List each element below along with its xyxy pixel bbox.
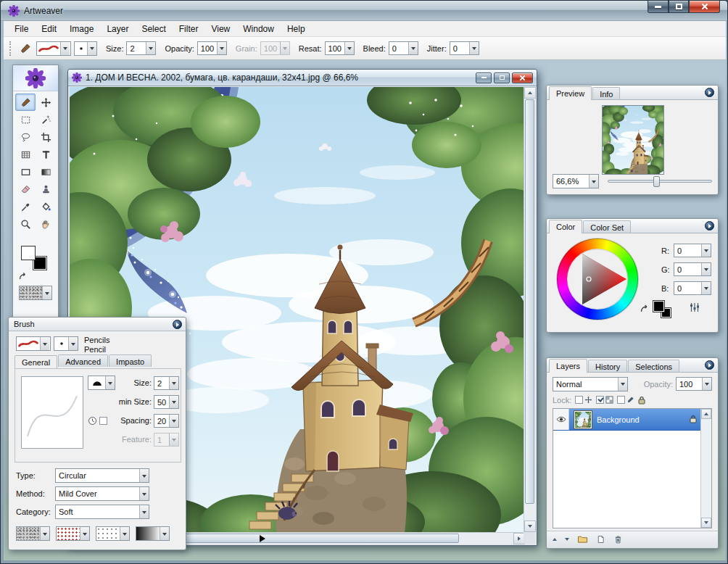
- tab-general[interactable]: General: [15, 355, 57, 369]
- menu-help[interactable]: Help: [281, 22, 312, 36]
- document-maximize-button[interactable]: [494, 72, 510, 83]
- tab-impasto[interactable]: Impasto: [109, 354, 152, 367]
- minimize-button[interactable]: [648, 1, 669, 13]
- type-dropdown[interactable]: Circular: [55, 468, 149, 483]
- resat-spinner[interactable]: 100: [325, 41, 355, 55]
- tool-text[interactable]: [36, 146, 56, 163]
- tip-shape-combo[interactable]: [88, 376, 115, 390]
- spinner-arrow[interactable]: [702, 378, 711, 390]
- zoom-combo[interactable]: 66,6%: [553, 174, 599, 188]
- tool-hand[interactable]: [36, 215, 56, 233]
- lock-transparency-checkbox[interactable]: [596, 396, 604, 404]
- maximize-button[interactable]: [669, 1, 689, 13]
- new-folder-button[interactable]: [577, 534, 588, 545]
- opacity-spinner[interactable]: 100: [197, 41, 227, 55]
- dropdown-arrow[interactable]: [139, 469, 149, 482]
- tool-clone-stamp[interactable]: [36, 181, 56, 198]
- tool-zoom[interactable]: [15, 215, 36, 233]
- brush-preset-combo[interactable]: [36, 41, 71, 56]
- pattern-combo[interactable]: [19, 286, 52, 300]
- red-spinner[interactable]: 0: [674, 244, 711, 257]
- tab-preview[interactable]: Preview: [549, 86, 592, 100]
- scroll-up-button[interactable]: [524, 87, 536, 99]
- brush-tip-combo[interactable]: [74, 41, 97, 56]
- vertical-scrollbar[interactable]: [524, 87, 535, 532]
- toolbar-grip[interactable]: [9, 41, 13, 56]
- scroll-down-button[interactable]: [701, 518, 711, 528]
- layers-scrollbar[interactable]: [700, 409, 711, 528]
- brush-size-spinner[interactable]: 2: [154, 376, 179, 390]
- brush-palette-header[interactable]: Brush: [9, 318, 186, 331]
- menu-edit[interactable]: Edit: [35, 22, 63, 36]
- tool-crop[interactable]: [36, 128, 56, 146]
- spacing-spinner[interactable]: 20: [154, 414, 179, 428]
- method-dropdown[interactable]: Mild Cover: [55, 486, 149, 501]
- layer-visibility-cell[interactable]: [553, 409, 569, 430]
- tool-shape[interactable]: [15, 163, 36, 181]
- panel-menu-button[interactable]: [705, 88, 714, 97]
- lock-pixels-checkbox[interactable]: [617, 396, 625, 404]
- zoom-slider-thumb[interactable]: [653, 176, 660, 187]
- size-spinner[interactable]: 2: [126, 41, 156, 55]
- lock-all-icon[interactable]: [638, 396, 645, 405]
- tab-advanced[interactable]: Advanced: [58, 354, 108, 367]
- tool-magic-wand[interactable]: [36, 111, 56, 128]
- move-layer-up-button[interactable]: [553, 536, 557, 544]
- dropdown-arrow[interactable]: [105, 376, 115, 389]
- foreground-color-swatch[interactable]: [21, 246, 36, 260]
- titlebar[interactable]: Artweaver: [1, 1, 727, 21]
- tool-lasso[interactable]: [15, 128, 36, 146]
- tool-eyedropper[interactable]: [15, 198, 36, 215]
- spinner-arrow[interactable]: [701, 244, 711, 257]
- texture-speckle-combo[interactable]: [96, 526, 130, 541]
- panel-menu-button[interactable]: [705, 221, 714, 231]
- tool-brush[interactable]: [15, 94, 36, 111]
- menu-layer[interactable]: Layer: [100, 22, 135, 36]
- spinner-arrow[interactable]: [344, 42, 354, 54]
- layer-opacity-spinner[interactable]: 100: [676, 377, 712, 391]
- green-spinner[interactable]: 0: [674, 262, 711, 276]
- tab-color[interactable]: Color: [549, 220, 582, 233]
- dropdown-arrow[interactable]: [160, 527, 169, 540]
- texture-noise-combo[interactable]: [16, 526, 50, 541]
- tool-marquee[interactable]: [15, 111, 36, 128]
- tab-layers[interactable]: Layers: [549, 359, 587, 373]
- spinner-arrow[interactable]: [701, 282, 711, 294]
- dropdown-arrow[interactable]: [120, 527, 129, 540]
- texture-gradient-combo[interactable]: [136, 526, 170, 541]
- menu-view[interactable]: View: [204, 22, 236, 36]
- spinner-arrow[interactable]: [169, 396, 178, 408]
- hue-wheel[interactable]: [557, 239, 638, 320]
- tool-move[interactable]: [36, 94, 56, 111]
- dropdown-arrow[interactable]: [87, 42, 96, 55]
- dropdown-arrow[interactable]: [139, 487, 149, 500]
- menu-image[interactable]: Image: [63, 22, 100, 36]
- scroll-up-button[interactable]: [701, 409, 711, 419]
- spinner-arrow[interactable]: [217, 42, 226, 54]
- blend-mode-dropdown[interactable]: Normal: [553, 377, 628, 391]
- spacing-checkbox[interactable]: [99, 417, 107, 425]
- tab-color-set[interactable]: Color Set: [583, 220, 631, 233]
- swap-colors-icon[interactable]: [640, 303, 650, 315]
- dropdown-arrow[interactable]: [618, 378, 627, 391]
- move-layer-down-button[interactable]: [565, 536, 569, 544]
- tool-grid[interactable]: [15, 146, 36, 163]
- dropdown-arrow[interactable]: [139, 505, 149, 518]
- tab-history[interactable]: History: [588, 360, 627, 372]
- brush-dab-combo[interactable]: [54, 336, 78, 351]
- spinner-arrow[interactable]: [701, 263, 711, 275]
- spinner-arrow[interactable]: [469, 42, 479, 54]
- jitter-spinner[interactable]: 0: [450, 41, 479, 55]
- blue-spinner[interactable]: 0: [674, 281, 711, 295]
- document-titlebar[interactable]: 1. ДОМ И ВЕСНА. 2002, бумага, цв. каранд…: [68, 70, 537, 86]
- spinner-arrow[interactable]: [169, 415, 178, 427]
- scroll-down-button[interactable]: [524, 521, 536, 532]
- dropdown-arrow[interactable]: [80, 527, 89, 540]
- tool-gradient[interactable]: [36, 163, 56, 181]
- swap-colors-icon[interactable]: [18, 271, 28, 282]
- foreground-color-swatch[interactable]: [653, 300, 665, 312]
- dropdown-arrow[interactable]: [40, 527, 49, 540]
- dropdown-arrow[interactable]: [68, 337, 78, 350]
- bleed-spinner[interactable]: 0: [389, 41, 418, 55]
- close-button[interactable]: [689, 1, 720, 13]
